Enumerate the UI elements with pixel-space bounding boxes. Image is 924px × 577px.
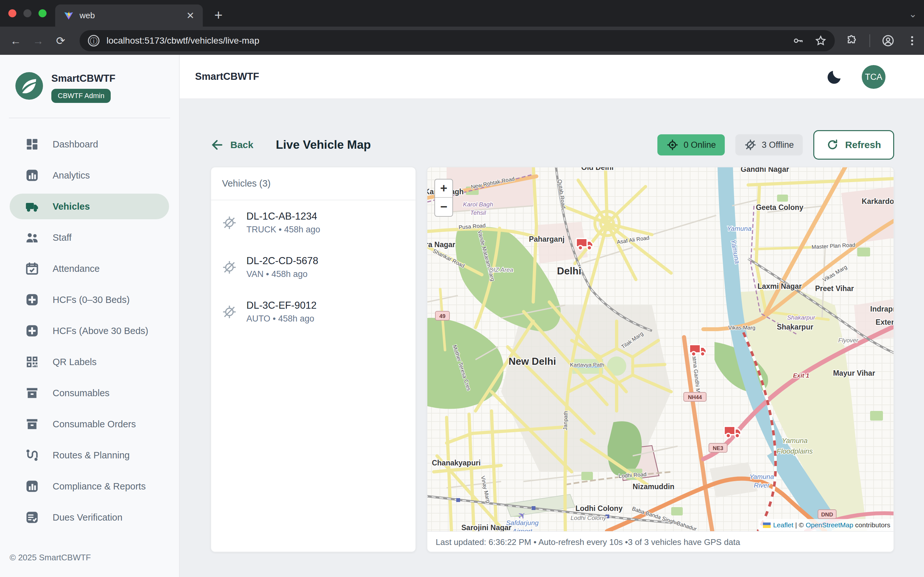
avatar[interactable]: TCA <box>862 65 885 89</box>
sidebar-item-consumables[interactable]: Consumables <box>10 380 169 406</box>
sidebar-item-routes-planning[interactable]: Routes & Planning <box>10 442 169 468</box>
map-label: Exit 1 <box>793 372 809 379</box>
app-root: SmartCBWTF CBWTF Admin DashboardAnalytic… <box>0 55 924 577</box>
map-status-bar: Last updated: 6:36:22 PM • Auto-refresh … <box>427 531 893 552</box>
password-key-icon[interactable] <box>792 35 804 47</box>
menu-dots-icon[interactable] <box>906 35 918 47</box>
vehicle-plate: DL-2C-CD-5678 <box>246 255 318 267</box>
window-close-button[interactable] <box>8 9 16 17</box>
sidebar-item-vehicles[interactable]: Vehicles <box>10 193 169 219</box>
sidebar-item-label: Compliance & Reports <box>53 481 145 492</box>
url-bar[interactable]: ⓘ localhost:5173/cbwtf/vehicles/live-map <box>79 30 835 51</box>
map-label: DIZ Area <box>489 266 513 273</box>
zoom-in-button[interactable]: + <box>435 179 452 198</box>
sidebar-item-qr-labels[interactable]: QR Labels <box>10 349 169 375</box>
sidebar-item-staff[interactable]: Staff <box>10 225 169 250</box>
vehicle-meta: AUTO • 458h ago <box>246 314 317 324</box>
window-minimize-button[interactable] <box>23 9 31 17</box>
sidebar-item-label: HCFs (0–30 Beds) <box>53 295 129 305</box>
sidebar-item-label: QR Labels <box>53 357 97 367</box>
new-tab-button[interactable]: + <box>214 7 223 23</box>
reload-icon[interactable]: ⟳ <box>49 34 72 47</box>
qr-icon <box>25 355 39 369</box>
refresh-button[interactable]: Refresh <box>813 130 894 160</box>
refresh-label: Refresh <box>845 139 881 150</box>
sidebar-item-label: Routes & Planning <box>53 450 129 461</box>
sidebar-item-dues-verification[interactable]: Dues Verification <box>10 504 169 530</box>
vehicle-meta: TRUCK • 458h ago <box>246 225 320 235</box>
map-label: Yamuna <box>782 437 808 445</box>
brand: SmartCBWTF CBWTF Admin <box>15 72 115 103</box>
browser-tab[interactable]: web ✕ <box>55 5 203 27</box>
sidebar-item-attendance[interactable]: Attendance <box>10 256 169 282</box>
sidebar-item-label: Consumables <box>53 388 110 398</box>
map-label: Floodplains <box>777 447 813 455</box>
map-label: New Delhi <box>509 356 556 367</box>
osm-link[interactable]: OpenStreetMap <box>806 521 853 529</box>
chart-icon <box>25 168 39 182</box>
sidebar-item-consumable-orders[interactable]: Consumable Orders <box>10 411 169 437</box>
road-shield: DND <box>818 510 837 519</box>
map-label: Yamuna <box>727 225 752 232</box>
sidebar-divider <box>9 118 170 118</box>
topbar: SmartCBWTF TCA <box>180 55 924 99</box>
leaflet-link[interactable]: Leaflet <box>773 521 793 529</box>
main-area: SmartCBWTF TCA Back Live Vehicle Map <box>180 55 924 577</box>
profile-icon[interactable] <box>882 34 895 47</box>
window-controls[interactable] <box>8 9 47 17</box>
map-label: Old Delhi <box>582 167 614 171</box>
vehicles-panel-header: Vehicles (3) <box>211 167 415 200</box>
map-label: Sarojini Nagar <box>461 524 511 531</box>
sidebar-item-label: Vehicles <box>53 201 90 212</box>
sidebar-item-dashboard[interactable]: Dashboard <box>10 131 169 157</box>
map-label: Chanakyapuri <box>432 459 481 467</box>
site-info-icon[interactable]: ⓘ <box>88 35 99 47</box>
sidebar-item-label: Consumable Orders <box>53 419 136 430</box>
window-zoom-button[interactable] <box>39 9 47 17</box>
zoom-out-button[interactable]: − <box>435 198 452 216</box>
extensions-puzzle-icon[interactable] <box>846 35 858 47</box>
bookmark-star-icon[interactable] <box>815 35 827 47</box>
map-label: Karol Bagh <box>463 201 493 208</box>
svg-text:DND: DND <box>821 512 833 518</box>
gps-offline-icon <box>744 139 756 151</box>
ukraine-flag-icon <box>763 522 771 528</box>
vehicle-list-item[interactable]: DL-3C-EF-9012AUTO • 458h ago <box>211 290 415 334</box>
back-button[interactable]: Back <box>210 138 254 152</box>
map[interactable]: ✈ Old DelhiGandhi NagarKarol BaghNew Roh… <box>427 167 894 531</box>
vehicle-plate: DL-1C-AB-1234 <box>246 211 320 222</box>
sidebar-item-hcfs-above-30-beds[interactable]: HCFs (Above 30 Beds) <box>10 318 169 343</box>
vehicles-list: DL-1C-AB-1234TRUCK • 458h agoDL-2C-CD-56… <box>211 200 415 334</box>
topbar-title: SmartCBWTF <box>195 71 259 82</box>
theme-toggle-moon-icon[interactable] <box>825 68 843 86</box>
tab-close-icon[interactable]: ✕ <box>186 10 194 21</box>
sidebar-item-label: Staff <box>53 232 71 243</box>
browser-tab-bar: web ✕ + ⌄ <box>0 0 924 27</box>
listcheck-icon <box>25 510 39 524</box>
gps-off-icon <box>222 260 237 275</box>
tab-search-chevron-icon[interactable]: ⌄ <box>909 8 917 19</box>
road-shield: NH44 <box>684 392 706 401</box>
sidebar-item-label: Analytics <box>53 170 90 181</box>
gps-off-icon <box>222 215 237 230</box>
sidebar-item-hcfs-0-30-beds[interactable]: HCFs (0–30 Beds) <box>10 287 169 313</box>
sidebar-item-analytics[interactable]: Analytics <box>10 163 169 188</box>
vehicle-meta: VAN • 458h ago <box>246 269 318 279</box>
map-canvas: ✈ Old DelhiGandhi NagarKarol BaghNew Roh… <box>427 167 894 531</box>
box-icon <box>25 386 39 400</box>
map-label: Airport <box>512 527 533 531</box>
vehicle-list-item[interactable]: DL-1C-AB-1234TRUCK • 458h ago <box>211 200 415 245</box>
page-content: Back Live Vehicle Map 0 Online <box>180 100 924 577</box>
sidebar-item-label: Attendance <box>53 263 100 274</box>
map-label: Tehsil <box>470 210 486 216</box>
map-label: Preet Vihar <box>815 284 854 293</box>
vehicle-list-item[interactable]: DL-2C-CD-5678VAN • 458h ago <box>211 245 415 290</box>
map-label: Geeta Colony <box>756 203 803 211</box>
url-text[interactable]: localhost:5173/cbwtf/vehicles/live-map <box>107 35 782 46</box>
cross-icon <box>25 293 39 307</box>
map-label: Karkardooma <box>862 197 894 205</box>
sidebar-item-compliance-reports[interactable]: Compliance & Reports <box>10 474 169 499</box>
back-nav-icon[interactable]: ← <box>5 35 27 47</box>
gps-off-icon <box>222 305 237 319</box>
forward-nav-icon[interactable]: → <box>27 35 49 47</box>
